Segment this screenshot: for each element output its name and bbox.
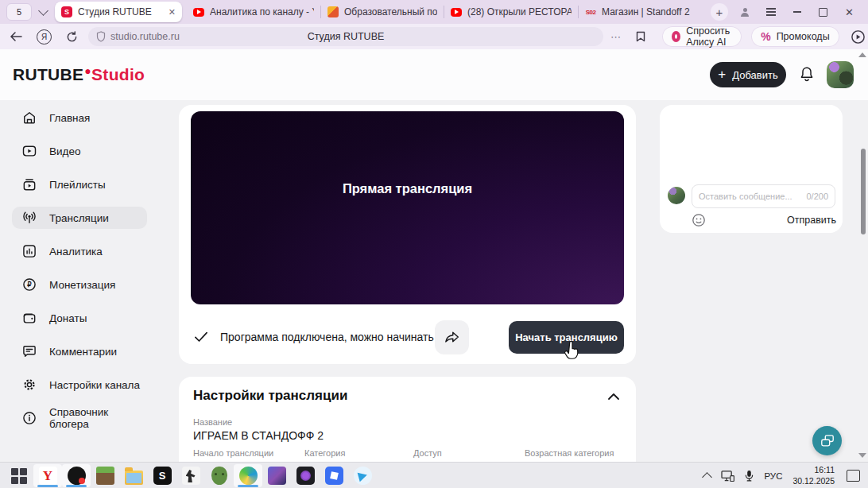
standoff2-favicon: S02 [585,6,596,17]
sidebar-label: Справочник блогера [49,406,147,430]
settings-title: Настройки трансляции [193,388,347,404]
add-button-label: Добавить [732,69,777,81]
bluestacks-icon [239,467,258,485]
profile-icon[interactable] [741,8,749,16]
stream-settings-card: Настройки трансляции Название ИГРАЕМ В С… [179,377,636,462]
comments-icon [21,343,37,359]
language-indicator[interactable]: РУС [764,471,782,481]
app-header: RUTUBE●Studio + Добавить [0,49,868,100]
start-button[interactable] [5,464,33,487]
scrollbar-down-arrow[interactable] [858,453,866,458]
telegram-icon [354,467,372,485]
taskbar-game-character[interactable] [262,464,291,487]
sidebar-label: Главная [49,112,90,124]
taskbar-minecraft[interactable] [91,464,119,487]
sidebar-label: Видео [49,145,80,157]
video-player-icon[interactable] [851,29,866,45]
chat-placeholder: Оставить сообщение... [699,192,806,201]
gear-icon [21,377,37,393]
access-label: Доступ [413,448,525,458]
screen: 5 S Студия RUTUBE ✕ Аналитика по каналу … [0,0,868,488]
tab-counter[interactable]: 5 [6,3,32,21]
scrollbar-thumb[interactable] [861,149,866,234]
minimize-button[interactable] [793,11,801,13]
tab-edu-portal[interactable]: Образовательный порта [321,2,444,22]
taskbar-yandex-browser[interactable]: Y [33,464,62,487]
sidebar-item-broadcasts[interactable]: Трансляции [12,207,147,229]
windows-logo-icon [11,468,27,484]
back-icon[interactable] [10,32,22,41]
sidebar-item-playlists[interactable]: Плейлисты [12,173,147,196]
category-label: Категория [304,448,413,458]
analytics-icon [21,243,37,259]
tab-rutube-studio[interactable]: S Студия RUTUBE ✕ [55,2,182,22]
taskbar-roblox[interactable] [320,464,348,487]
channel-avatar[interactable] [827,61,854,88]
notification-center-icon[interactable] [847,470,860,482]
tab-youtube-video[interactable]: (28) Открыли РЕСТОРАН [444,2,578,22]
sidebar-item-home[interactable]: Главная [12,107,147,129]
dark-app-icon [296,467,315,485]
taskbar-hacker-mask[interactable] [205,464,234,487]
percent-icon: % [761,30,770,43]
stream-card: Прямая трансляция Программа подключена, … [179,105,636,364]
sidebar-item-monetization[interactable]: ₽ Монетизация [12,273,147,296]
browser-menu-icon[interactable] [766,8,776,16]
support-widget-button[interactable] [812,426,842,455]
collapse-chevron-icon[interactable] [607,389,620,404]
sidebar-item-channel-settings[interactable]: Настройки канала [12,374,147,396]
playlists-icon [21,176,37,192]
clock[interactable]: 16:11 30.12.2025 [792,465,835,486]
taskbar-screen-recorder[interactable] [62,464,91,487]
rutube-studio-logo[interactable]: RUTUBE●Studio [13,65,145,84]
taskbar-dark-app[interactable] [291,464,320,487]
sidebar-item-donations[interactable]: Донаты [12,307,147,329]
taskbar-bluestacks[interactable] [234,464,262,487]
hidden-icons-chevron[interactable] [703,472,713,482]
tab-youtube-analytics[interactable]: Аналитика по каналу - Yo [187,2,320,22]
add-button[interactable]: + Добавить [710,62,786,87]
notifications-bell-icon[interactable] [798,65,816,87]
page-title: Студия RUTUBE [88,31,603,42]
yandex-services-icon[interactable]: Я [37,29,52,45]
share-button[interactable] [435,320,469,354]
tab-close-icon[interactable]: ✕ [169,7,176,17]
scrollbar-up-arrow[interactable] [858,52,866,57]
reload-icon[interactable] [66,31,78,43]
file-explorer-icon [125,471,143,485]
more-actions-icon[interactable]: ⋯ [610,31,622,43]
stream-preview-label: Прямая трансляция [191,181,624,196]
taskbar-standoff-launcher[interactable]: S [148,464,176,487]
sidebar-item-blogger-guide[interactable]: Справочник блогера [12,407,147,429]
hacker-mask-icon [211,467,227,485]
bookmark-icon[interactable] [636,31,645,42]
taskbar-telegram[interactable] [348,464,377,487]
alice-button[interactable]: Спросить Алису AI [662,26,742,47]
send-message-button[interactable]: Отправить [787,215,836,226]
chat-message-input[interactable]: Оставить сообщение... 0/200 [692,184,835,208]
tab-title: Образовательный порта [344,6,437,17]
sidebar-item-comments[interactable]: Комментарии [12,340,147,362]
sidebar-nav: Главная Видео Плейлисты Трансляции Анали… [0,107,191,429]
tab-list-chevron-icon[interactable] [38,6,48,16]
taskbar-counter-strike[interactable] [176,464,205,487]
sidebar-item-video[interactable]: Видео [12,140,147,162]
start-time-label: Начало трансляции [193,448,304,458]
new-tab-button[interactable]: + [711,3,728,21]
address-bar[interactable]: studio.rutube.ru Студия RUTUBE [88,27,603,46]
close-button[interactable]: ✕ [845,7,854,17]
promo-button[interactable]: % Промокоды [751,26,839,47]
microphone-icon[interactable] [745,470,754,482]
network-icon[interactable] [721,471,734,482]
age-category-label: Возрастная категория [525,448,622,458]
emoji-icon[interactable] [692,213,706,227]
monetization-icon: ₽ [21,277,37,292]
check-icon [193,330,209,344]
sidebar-item-analytics[interactable]: Аналитика [12,240,147,262]
taskbar-file-explorer[interactable] [119,464,148,487]
tab-standoff-shop[interactable]: S02 Магазин | Standoff 2 [579,2,703,22]
browser-tabbar: 5 S Студия RUTUBE ✕ Аналитика по каналу … [0,0,868,25]
restore-button[interactable] [819,8,827,17]
youtube-favicon [193,8,204,17]
start-stream-button[interactable]: Начать трансляцию [509,321,624,354]
